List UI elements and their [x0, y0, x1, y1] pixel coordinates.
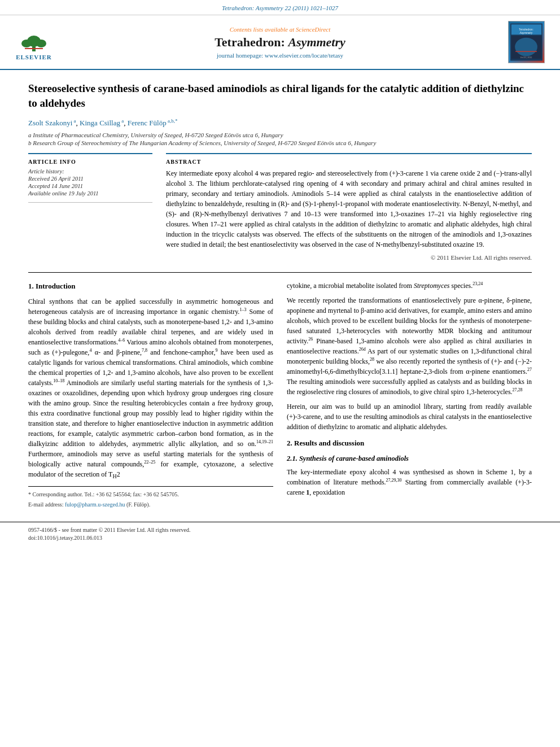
author-szakonyi: Zsolt Szakonyi	[28, 119, 72, 128]
affiliation-a: a Institute of Pharmaceutical Chemistry,…	[28, 132, 532, 138]
article-info-column: ARTICLE INFO Article history: Received 2…	[28, 153, 152, 263]
authors-line: Zsolt Szakonyi a, Kinga Csillag a, Feren…	[28, 118, 532, 128]
cover-svg: Tetrahedron: Asymmetry Vol 22 | 2011	[510, 21, 542, 63]
svg-point-2	[21, 40, 32, 47]
sciencedirect-info: Contents lists available at ScienceDirec…	[62, 26, 498, 33]
section2-p1: The key-intermediate epoxy alcohol 4 was…	[287, 467, 532, 497]
article-info-abstract-row: ARTICLE INFO Article history: Received 2…	[28, 153, 532, 263]
affiliations: a Institute of Pharmaceutical Chemistry,…	[28, 132, 532, 146]
available-date: Available online 19 July 2011	[28, 190, 152, 196]
intro-p1: Chiral synthons that can be applied succ…	[28, 296, 273, 480]
elsevier-wordmark: ELSEVIER	[16, 54, 52, 60]
sciencedirect-link-text[interactable]: ScienceDirect	[296, 26, 330, 33]
abstract-column: ABSTRACT Key intermediate epoxy alcohol …	[166, 153, 532, 263]
journal-title: Tetrahedron: Asymmetry	[62, 35, 498, 50]
page-footer: 0957-4166/$ - see front matter © 2011 El…	[0, 522, 560, 546]
abstract-body: Key intermediate epoxy alcohol 4 was pre…	[166, 168, 532, 250]
svg-rect-4	[25, 48, 43, 49]
svg-point-10	[515, 38, 537, 56]
main-content: Stereoselective synthesis of carane-base…	[0, 70, 560, 522]
footnote-email: E-mail address: fulop@pharm.u-szeged.hu …	[28, 500, 273, 509]
section-divider	[28, 272, 532, 273]
history-label: Article history:	[28, 168, 152, 174]
journal-center-header: Contents lists available at ScienceDirec…	[62, 26, 498, 59]
footnotes-section: * Corresponding author. Tel.: +36 62 545…	[28, 486, 273, 509]
svg-point-3	[36, 40, 46, 47]
section2-heading: 2. Results and discussion	[287, 438, 532, 449]
body-content: 1. Introduction Chiral synthons that can…	[28, 281, 532, 510]
section1-heading: 1. Introduction	[28, 281, 273, 292]
email-link[interactable]: fulop@pharm.u-szeged.hu	[65, 501, 125, 508]
affiliation-b: b Research Group of Stereochemistry of T…	[28, 139, 532, 146]
elsevier-tree-icon	[16, 24, 51, 54]
journal-reference: Tetrahedron: Asymmetry 22 (2011) 1021–10…	[222, 5, 338, 11]
body-col-right: cytokine, a microbial metabolite isolate…	[287, 281, 532, 510]
author-csillag: Kinga Csillag	[80, 119, 120, 128]
journal-cover-area: Tetrahedron: Asymmetry Vol 22 | 2011	[504, 21, 549, 63]
section2-sub-heading: 2.1. Synthesis of carane-based aminodiol…	[287, 453, 532, 464]
elsevier-logo-area: ELSEVIER	[11, 24, 56, 60]
footer-doi: doi:10.1016/j.tetasy.2011.06.013	[28, 535, 532, 541]
svg-text:Vol 22 | 2011: Vol 22 | 2011	[520, 56, 532, 59]
intro-col2-p3: Herein, our aim was to build up an amino…	[287, 401, 532, 432]
abstract-label: ABSTRACT	[166, 159, 532, 165]
footer-issn: 0957-4166/$ - see front matter © 2011 El…	[28, 527, 532, 533]
journal-header: ELSEVIER Contents lists available at Sci…	[0, 15, 560, 70]
article-history: Article history: Received 26 April 2011 …	[28, 168, 152, 203]
accepted-date: Accepted 14 June 2011	[28, 183, 152, 189]
svg-text:Asymmetry: Asymmetry	[519, 32, 532, 34]
intro-col2-p1: cytokine, a microbial metabolite isolate…	[287, 281, 532, 291]
top-bar: Tetrahedron: Asymmetry 22 (2011) 1021–10…	[0, 0, 560, 15]
svg-text:Tetrahedron:: Tetrahedron:	[519, 28, 533, 31]
received-date: Received 26 April 2011	[28, 176, 152, 182]
abstract-text: Key intermediate epoxy alcohol 4 was pre…	[166, 168, 532, 263]
intro-col2-p2: We recently reported the transformations…	[287, 295, 532, 397]
homepage-url[interactable]: www.elsevier.com/locate/tetasy	[265, 52, 343, 59]
article-info-section: ARTICLE INFO Article history: Received 2…	[28, 153, 152, 203]
footnote-corresponding: * Corresponding author. Tel.: +36 62 545…	[28, 490, 273, 499]
abstract-section: ABSTRACT Key intermediate epoxy alcohol …	[166, 153, 532, 263]
journal-cover-thumbnail: Tetrahedron: Asymmetry Vol 22 | 2011	[508, 21, 545, 63]
journal-homepage: journal homepage: www.elsevier.com/locat…	[62, 52, 498, 59]
article-title: Stereoselective synthesis of carane-base…	[28, 81, 532, 110]
article-info-label: ARTICLE INFO	[28, 159, 152, 165]
body-col-left: 1. Introduction Chiral synthons that can…	[28, 281, 273, 510]
copyright-line: © 2011 Elsevier Ltd. All rights reserved…	[166, 253, 532, 263]
author-fulop: Ferenc Fülöp	[128, 119, 167, 128]
